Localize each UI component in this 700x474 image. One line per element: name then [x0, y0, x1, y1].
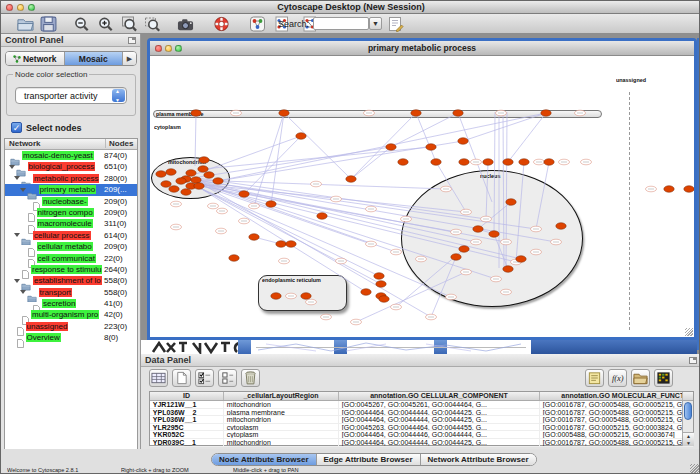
- table-column-header[interactable]: _cellularLayoutRegion: [224, 392, 339, 400]
- network-edge[interactable]: [463, 113, 546, 141]
- zoom-selected-icon[interactable]: [144, 16, 161, 32]
- table-row[interactable]: YJR121W__1mitochondrion[GO:0045267, GO:0…: [150, 401, 693, 409]
- table-cell[interactable]: YPL036W__1: [150, 416, 224, 423]
- table-cell[interactable]: [GO:0005488, GO:0005215, GO:0003674]: [540, 431, 683, 438]
- tree-row-cell-communicat[interactable]: cell communicat22(0): [5, 253, 137, 264]
- formula-icon[interactable]: f(x): [608, 369, 627, 387]
- table-cell[interactable]: mitochondrion: [224, 401, 339, 408]
- expand-triangle-icon[interactable]: [20, 290, 26, 294]
- network-node[interactable]: [453, 110, 463, 117]
- network-node[interactable]: [458, 138, 468, 145]
- float-data-panel-icon[interactable]: [689, 357, 697, 364]
- tab-mosaic[interactable]: Mosaic: [65, 52, 124, 65]
- table-cell[interactable]: YLR295C: [150, 424, 224, 431]
- network-node[interactable]: [346, 176, 356, 183]
- tree-row-unassigned[interactable]: unassigned223(0): [5, 321, 137, 332]
- network-node[interactable]: [374, 273, 384, 280]
- network-edge[interactable]: [536, 162, 549, 229]
- scrollbar-arrows[interactable]: ▲▼: [683, 432, 694, 446]
- network-edge[interactable]: [203, 186, 516, 262]
- network-edge[interactable]: [244, 136, 301, 194]
- view-resize-grip[interactable]: [685, 328, 693, 336]
- network-window-titlebar[interactable]: primary metabolic process: [150, 41, 694, 56]
- network-edge[interactable]: [351, 113, 416, 179]
- zoom-out-icon[interactable]: [73, 16, 90, 32]
- network-node[interactable]: [556, 223, 566, 230]
- network-node[interactable]: [398, 159, 408, 166]
- table-cell[interactable]: [GO:0044464, GO:0044444, GO:0044425, G..…: [339, 439, 540, 446]
- network-node[interactable]: [506, 199, 516, 206]
- network-node[interactable]: [544, 159, 554, 166]
- network-edge[interactable]: [391, 113, 458, 147]
- tab-edge-attribute-browser[interactable]: Edge Attribute Browser: [317, 454, 421, 465]
- table-cell[interactable]: cytoplasm: [224, 424, 339, 431]
- network-graph[interactable]: [150, 56, 694, 337]
- tree-row-transport[interactable]: transport558(0): [5, 287, 137, 298]
- network-node[interactable]: [249, 234, 259, 241]
- network-node[interactable]: [489, 231, 499, 238]
- select-attributes-icon[interactable]: [195, 369, 214, 387]
- tab-network-attribute-browser[interactable]: Network Attribute Browser: [421, 454, 536, 465]
- zoom-in-icon[interactable]: [97, 16, 114, 32]
- table-row[interactable]: YDR039C__1mitochondrion[GO:0044464, GO:0…: [150, 439, 693, 447]
- network-node[interactable]: [176, 178, 186, 185]
- network-edge[interactable]: [203, 147, 431, 169]
- network-node[interactable]: [186, 170, 196, 177]
- network-node[interactable]: [239, 191, 249, 198]
- import-attributes-icon[interactable]: [631, 369, 650, 387]
- tree-row-mosaic-demo-yeast[interactable]: mosaic-demo-yeast874(0): [5, 150, 137, 161]
- tree-row-response-to-stimulu[interactable]: response to stimulu264(0): [5, 264, 137, 275]
- table-cell[interactable]: cytoplasm: [224, 431, 339, 438]
- table-row[interactable]: YPL036W__2plasma membrane[GO:0044464, GO…: [150, 409, 693, 417]
- network-node[interactable]: [198, 166, 208, 173]
- vizmapper-icon[interactable]: [249, 16, 266, 32]
- network-node[interactable]: [213, 178, 223, 185]
- save-session-icon[interactable]: [40, 16, 57, 32]
- network-node[interactable]: [191, 110, 201, 117]
- expand-triangle-icon[interactable]: [14, 233, 20, 237]
- tree-row-overview[interactable]: Overview8(0): [5, 332, 137, 343]
- network-edge[interactable]: [436, 162, 466, 212]
- expand-triangle-icon[interactable]: [9, 165, 15, 169]
- unselect-attributes-icon[interactable]: [218, 369, 237, 387]
- network-node[interactable]: [229, 255, 239, 262]
- open-session-icon[interactable]: [17, 16, 34, 32]
- network-node[interactable]: [166, 169, 176, 176]
- network-node[interactable]: [519, 159, 529, 166]
- network-edge[interactable]: [508, 113, 546, 162]
- network-node[interactable]: [279, 110, 289, 117]
- table-row[interactable]: YLR295Ccytoplasm[GO:0045263, GO:0044464,…: [150, 424, 693, 432]
- table-cell[interactable]: YDR039C__1: [150, 439, 224, 446]
- tab-network[interactable]: Network: [6, 52, 65, 65]
- network-node[interactable]: [199, 157, 209, 164]
- tree-row-cellular-metabo[interactable]: cellular metabo209(0): [5, 241, 137, 252]
- notes-icon[interactable]: [585, 369, 604, 387]
- zoom-fit-icon[interactable]: [121, 16, 138, 32]
- table-cell[interactable]: plasma membrane: [224, 409, 339, 416]
- network-node[interactable]: [459, 246, 469, 253]
- network-node[interactable]: [276, 241, 286, 248]
- tree-row-nucleobase-[interactable]: nucleobase-209(0): [5, 196, 137, 207]
- table-cell[interactable]: [GO:0044464, GO:0044444, GO:0044425, G..…: [339, 409, 540, 416]
- table-column-header[interactable]: annotation.GO MOLECULAR_FUNCTION: [540, 392, 683, 400]
- expand-triangle-icon[interactable]: [14, 279, 20, 283]
- network-edge[interactable]: [200, 185, 371, 244]
- network-node[interactable]: [169, 186, 179, 193]
- network-node[interactable]: [684, 186, 694, 193]
- network-edge[interactable]: [284, 113, 351, 179]
- window-resize-grip[interactable]: [690, 464, 699, 473]
- table-cell[interactable]: mitochondrion: [224, 439, 339, 446]
- network-node[interactable]: [361, 289, 371, 296]
- table-column-header[interactable]: ID: [150, 392, 224, 400]
- table-cell[interactable]: [GO:0016787, GO:0005215, GO:0003824, G..…: [540, 424, 683, 431]
- tree-row-secretion[interactable]: secretion41(0): [5, 298, 137, 309]
- network-node[interactable]: [483, 159, 493, 166]
- network-node[interactable]: [317, 213, 327, 220]
- expand-triangle-icon[interactable]: [20, 188, 26, 192]
- network-node[interactable]: [386, 144, 396, 151]
- network-edge[interactable]: [195, 113, 196, 166]
- snapshot-camera-icon[interactable]: [177, 16, 194, 32]
- search-input[interactable]: [313, 17, 369, 30]
- table-cell[interactable]: [GO:0016787, GO:0005488, GO:0005215, G..…: [540, 439, 683, 446]
- table-cell[interactable]: YPL036W__2: [150, 409, 224, 416]
